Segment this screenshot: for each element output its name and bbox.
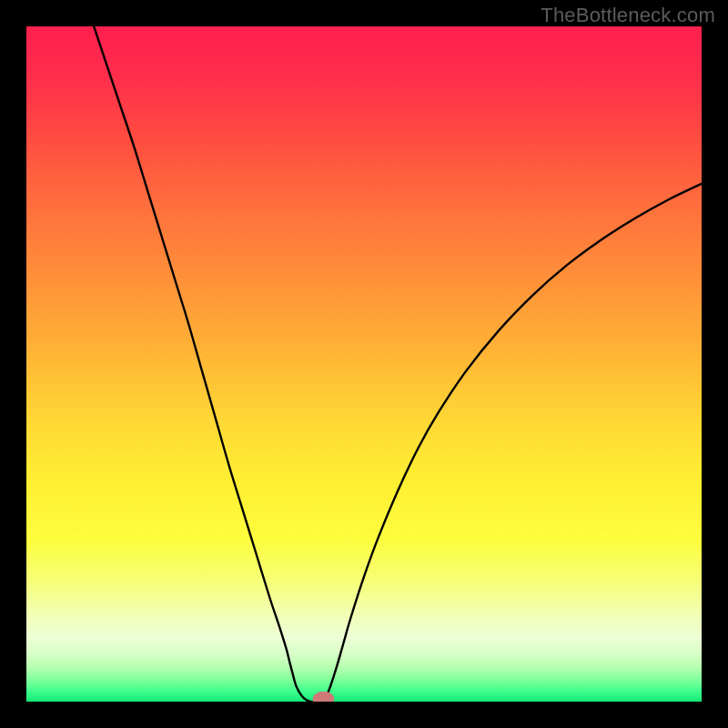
chart-svg bbox=[26, 26, 702, 702]
watermark-text: TheBottleneck.com bbox=[541, 4, 715, 27]
plot-area bbox=[26, 26, 702, 702]
chart-frame: TheBottleneck.com bbox=[0, 0, 728, 728]
